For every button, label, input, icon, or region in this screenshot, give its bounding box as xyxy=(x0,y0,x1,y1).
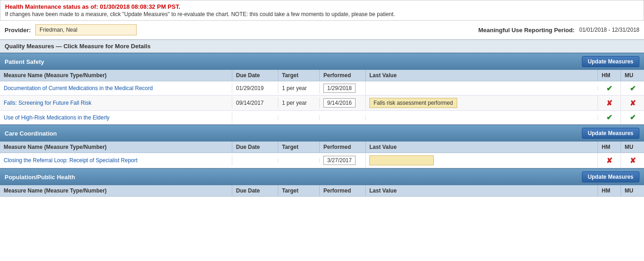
col-header-performed: Performed xyxy=(320,185,366,196)
hm-cell-0-0: ✔ xyxy=(598,82,621,95)
mu-period-label: Meaningful Use Reporting Period: xyxy=(478,27,575,34)
mu-period-value: 01/01/2018 - 12/31/2018 xyxy=(579,27,639,33)
table-row: Documentation of Current Medications in … xyxy=(0,81,644,96)
performed-cell-0-2 xyxy=(320,115,366,120)
col-header-target: Target xyxy=(278,185,320,196)
due-date-cell-0-1: 09/14/2017 xyxy=(232,97,278,108)
last-value-cell-0-0 xyxy=(366,86,598,91)
performed-box-0-1: 9/14/2016 xyxy=(323,98,356,108)
col-header-measure_name: Measure Name (Measure Type/Number) xyxy=(0,70,232,81)
check-icon: ✔ xyxy=(630,113,636,122)
mu-period-section: Meaningful Use Reporting Period: 01/01/2… xyxy=(478,27,639,34)
last-value-cell-0-2 xyxy=(366,115,598,120)
due-date-cell-1-0 xyxy=(232,158,278,163)
last-value-cell-1-0 xyxy=(366,153,598,168)
measure-link-0-1[interactable]: Falls: Screening for Future Fall Risk xyxy=(4,100,92,106)
category-header-0: Patient Safety Update Measures xyxy=(0,53,644,70)
col-header-measure_name: Measure Name (Measure Type/Number) xyxy=(0,142,232,153)
table-row: Falls: Screening for Future Fall Risk09/… xyxy=(0,96,644,111)
col-header-due_date: Due Date xyxy=(232,142,278,153)
measure-name-cell-0-2: Use of High-Risk Medications in the Elde… xyxy=(0,112,232,123)
category-header-1: Care Coordination Update Measures xyxy=(0,125,644,142)
due-date-cell-0-2 xyxy=(232,115,278,120)
hm-cell-0-2: ✔ xyxy=(598,111,621,124)
target-cell-1-0 xyxy=(278,158,320,163)
col-header-performed: Performed xyxy=(320,142,366,153)
col-header-performed: Performed xyxy=(320,70,366,81)
category-name-0: Patient Safety xyxy=(5,58,44,65)
col-header-last_value: Last Value xyxy=(366,185,598,196)
last-value-cell-0-1: Falls risk assessment performed xyxy=(366,96,598,110)
update-measures-btn-2[interactable]: Update Measures xyxy=(582,171,639,182)
x-icon: ✘ xyxy=(630,156,636,165)
last-value-empty-1-0 xyxy=(369,155,434,165)
mu-cell-0-1: ✘ xyxy=(621,96,644,110)
col-header-row-2: Measure Name (Measure Type/Number)Due Da… xyxy=(0,185,644,197)
check-icon: ✔ xyxy=(606,113,612,122)
col-header-due_date: Due Date xyxy=(232,185,278,196)
measure-link-0-0[interactable]: Documentation of Current Medications in … xyxy=(4,85,153,91)
status-line: Health Maintenance status as of: 01/30/2… xyxy=(5,3,639,10)
hm-cell-1-0: ✘ xyxy=(598,154,621,167)
due-date-cell-0-0: 01/29/2019 xyxy=(232,83,278,94)
note-line: If changes have been made to a measure, … xyxy=(5,11,639,17)
col-header-mu: MU xyxy=(621,70,644,81)
measure-name-cell-1-0: Closing the Referral Loop: Receipt of Sp… xyxy=(0,155,232,166)
mu-cell-1-0: ✘ xyxy=(621,154,644,167)
performed-cell-0-1: 9/14/2016 xyxy=(320,96,366,110)
col-header-row-1: Measure Name (Measure Type/Number)Due Da… xyxy=(0,142,644,153)
mu-cell-0-2: ✔ xyxy=(621,111,644,124)
col-header-mu: MU xyxy=(621,142,644,153)
measure-link-0-2[interactable]: Use of High-Risk Medications in the Elde… xyxy=(4,114,109,121)
category-name-1: Care Coordination xyxy=(5,130,57,137)
target-cell-0-1: 1 per year xyxy=(278,97,320,108)
col-header-target: Target xyxy=(278,142,320,153)
categories-container: Patient Safety Update Measures Measure N… xyxy=(0,53,644,197)
mu-cell-0-0: ✔ xyxy=(621,82,644,95)
check-icon: ✔ xyxy=(606,84,612,93)
performed-cell-1-0: 3/27/2017 xyxy=(320,153,366,167)
performed-box-0-0: 1/29/2018 xyxy=(323,84,356,93)
provider-label: Provider: xyxy=(5,27,31,34)
x-icon: ✘ xyxy=(606,99,612,108)
col-header-last_value: Last Value xyxy=(366,70,598,81)
col-header-target: Target xyxy=(278,70,320,81)
col-header-hm: HM xyxy=(598,185,621,196)
target-cell-0-0: 1 per year xyxy=(278,83,320,94)
col-header-mu: MU xyxy=(621,185,644,196)
x-icon: ✘ xyxy=(630,99,636,108)
measure-name-cell-0-1: Falls: Screening for Future Fall Risk xyxy=(0,97,232,108)
performed-cell-0-0: 1/29/2018 xyxy=(320,81,366,95)
top-banner: Health Maintenance status as of: 01/30/2… xyxy=(0,0,644,21)
table-row: Closing the Referral Loop: Receipt of Sp… xyxy=(0,153,644,168)
provider-row: Provider: Friedman, Neal Meaningful Use … xyxy=(0,21,644,40)
check-icon: ✔ xyxy=(630,84,636,93)
table-row: Use of High-Risk Medications in the Elde… xyxy=(0,111,644,125)
col-header-measure_name: Measure Name (Measure Type/Number) xyxy=(0,185,232,196)
update-measures-btn-1[interactable]: Update Measures xyxy=(582,128,639,139)
col-header-hm: HM xyxy=(598,142,621,153)
target-cell-0-2 xyxy=(278,115,320,120)
col-header-row-0: Measure Name (Measure Type/Number)Due Da… xyxy=(0,70,644,81)
x-icon: ✘ xyxy=(606,156,612,165)
hm-cell-0-1: ✘ xyxy=(598,96,621,110)
measure-link-1-0[interactable]: Closing the Referral Loop: Receipt of Sp… xyxy=(4,157,138,164)
col-header-last_value: Last Value xyxy=(366,142,598,153)
col-header-hm: HM xyxy=(598,70,621,81)
category-name-2: Population/Public Health xyxy=(5,174,75,181)
category-header-2: Population/Public Health Update Measures xyxy=(0,168,644,185)
performed-box-1-0: 3/27/2017 xyxy=(323,156,356,165)
last-value-box-0-1: Falls risk assessment performed xyxy=(369,98,457,108)
col-header-due_date: Due Date xyxy=(232,70,278,81)
quality-measures-header: Quality Measures — Click Measure for Mor… xyxy=(0,40,644,53)
measure-name-cell-0-0: Documentation of Current Medications in … xyxy=(0,83,232,94)
provider-field[interactable]: Friedman, Neal xyxy=(35,24,137,35)
update-measures-btn-0[interactable]: Update Measures xyxy=(582,56,639,67)
